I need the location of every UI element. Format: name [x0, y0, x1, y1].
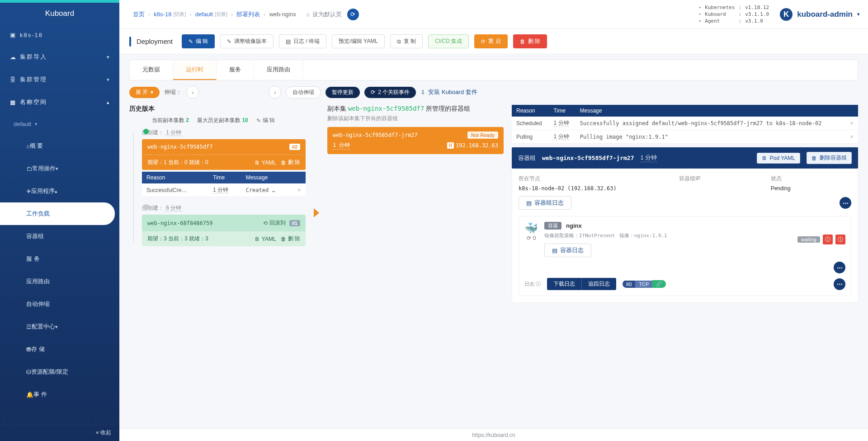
- copy-button[interactable]: ⧉复 制: [390, 34, 423, 48]
- sidebar-collapse[interactable]: « 收起: [0, 424, 119, 441]
- yaml-button[interactable]: 🗎YAML: [255, 159, 276, 166]
- status-badge: Not Ready: [467, 131, 498, 139]
- close-icon[interactable]: ×: [293, 183, 306, 197]
- yaml-button[interactable]: 🗎YAML: [255, 235, 276, 243]
- crumb-home[interactable]: 首页: [133, 10, 145, 19]
- sidebar-item-service[interactable]: 服 务: [0, 248, 119, 270]
- sidebar-item-import[interactable]: ☁ 集群导入 ▾: [0, 46, 119, 68]
- sidebar-item-app[interactable]: ✈ 应用程序 ▴: [0, 180, 119, 202]
- sidebar-item-quota[interactable]: ⛁ 资源配额/限定: [0, 361, 119, 383]
- adjust-image-button[interactable]: ✎调整镜像版本: [220, 34, 274, 48]
- restart-button[interactable]: ⟳重 启: [474, 34, 507, 48]
- restart-count: ⟳0: [527, 235, 536, 241]
- tab-route[interactable]: 应用路由: [254, 60, 303, 80]
- close-icon[interactable]: ×: [845, 117, 858, 130]
- sidebar-item-hpa[interactable]: 自动伸缩: [0, 293, 119, 315]
- file-icon: 🗎: [762, 155, 767, 161]
- log-icon: ▤: [552, 247, 557, 254]
- sidebar-item-common[interactable]: 🗀 常用操作 ▾: [0, 157, 119, 180]
- history-item-current[interactable]: web-nginx-5cf9585df7#2 期望：1 当前：0 就绪：0 🗎Y…: [142, 139, 306, 170]
- download-logs-button[interactable]: 下载日志: [547, 278, 582, 290]
- alert-icon[interactable]: ⓘ: [835, 235, 845, 244]
- rs-delete-button[interactable]: 🗑删 除: [281, 235, 300, 243]
- set-default-button[interactable]: ⌂设为默认页: [306, 10, 342, 19]
- footer-url[interactable]: https://kuboard.cn: [119, 429, 868, 441]
- history-edit-button[interactable]: ✎编 辑: [256, 117, 275, 124]
- install-kuboard-suite[interactable]: ⇩安装 Kuboard 套件: [420, 88, 477, 96]
- preview-yaml-button[interactable]: 预览/编辑 YAML: [332, 34, 384, 48]
- tab-service[interactable]: 服务: [217, 60, 254, 80]
- revision-badge: #1: [289, 220, 300, 226]
- user-menu[interactable]: K kuboard-admin ▾: [780, 8, 860, 21]
- close-icon[interactable]: ×: [845, 130, 858, 144]
- chevron-down-icon: ▾: [107, 77, 109, 83]
- refresh-button[interactable]: ⟳: [347, 9, 359, 20]
- logs-button[interactable]: ▤日志 / 终端: [279, 34, 326, 48]
- trash-icon: 🗑: [281, 160, 286, 166]
- pod-logs-button[interactable]: ▤容器组日志: [519, 196, 571, 210]
- history-item-old[interactable]: web-nginx-68f8486759 ⟲回滚到 #1 期望：3 当前：3 就…: [142, 215, 306, 246]
- cloud-icon: ☁: [10, 54, 20, 61]
- sidebar-item-events[interactable]: 🔔 事 件: [0, 383, 119, 406]
- assoc-events-button[interactable]: ⟳2 个关联事件: [364, 87, 416, 98]
- sidebar-item-config[interactable]: ☲ 配置中心 ▾: [0, 315, 119, 338]
- crumb-switch-cluster[interactable]: [切换]: [173, 11, 186, 18]
- alert-icon[interactable]: ⓘ: [823, 235, 833, 244]
- pod-yaml-button[interactable]: 🗎Pod YAML: [757, 153, 800, 164]
- crumb-deploys[interactable]: 部署列表: [236, 10, 260, 19]
- refresh-icon: ⟳: [350, 11, 355, 18]
- rollback-button[interactable]: ⟲回滚到: [263, 219, 286, 227]
- sidebar-item-cluster[interactable]: ▣ k8s-18: [0, 24, 119, 46]
- container-logs-button[interactable]: ▤容器日志: [544, 244, 591, 257]
- replicaset-hint[interactable]: 删除该副本集下所有的容器组: [327, 115, 504, 122]
- edit-button[interactable]: ✎编 辑: [182, 34, 215, 48]
- trash-icon: 🗑: [811, 155, 817, 161]
- scale-plus-button[interactable]: ›: [269, 86, 281, 99]
- storage-icon: ⛃: [26, 346, 31, 353]
- crumb-switch-ns[interactable]: [切换]: [215, 11, 227, 18]
- rs-events-table: ReasonTimeMessage SuccessfulCre… 1 分钟 Cr…: [142, 172, 306, 197]
- refresh-icon: ⟳: [371, 89, 375, 95]
- sidebar-item-namespace[interactable]: ▦ 名称空间 ▴: [0, 91, 119, 113]
- pod-card[interactable]: web-nginx-5cf9585df7-jrm27Not Ready 1 分钟…: [327, 127, 504, 154]
- sidebar-item-workload[interactable]: 工作负载: [0, 202, 115, 225]
- port-chip[interactable]: 80 TCP 🔗: [623, 280, 666, 288]
- file-icon: 🗎: [255, 160, 260, 166]
- delete-pod-button[interactable]: 🗑删除容器组: [807, 152, 852, 164]
- sidebar-item-manage[interactable]: 🗄 集群管理 ▾: [0, 68, 119, 91]
- config-icon: ☲: [26, 324, 32, 330]
- edit-icon: ✎: [256, 117, 261, 124]
- sidebar-item-storage[interactable]: ⛃ 存 储: [0, 338, 119, 361]
- more-button[interactable]: ⋯: [834, 278, 845, 290]
- crumb-ns[interactable]: default: [195, 11, 213, 18]
- sidebar-namespace-select[interactable]: default ▾: [0, 113, 119, 135]
- cicd-button[interactable]: CI/CD 集成: [428, 34, 469, 48]
- more-button[interactable]: ⋯: [834, 262, 845, 273]
- chevron-down-icon: ▾: [151, 89, 153, 95]
- sidebar-item-overview[interactable]: ⌂ 概 要: [0, 135, 119, 157]
- breadcrumb: 首页› k8s-18 [切换]› default [切换]› 部署列表› web…: [133, 9, 359, 20]
- more-button[interactable]: ⋯: [840, 197, 851, 209]
- pod-header: 容器组 web-nginx-5cf9585df7-jrm27 1 分钟 🗎Pod…: [512, 147, 858, 169]
- pause-update-button[interactable]: 暂停更新: [326, 87, 360, 98]
- autoscale-button[interactable]: 自动伸缩: [286, 86, 321, 99]
- trace-logs-button[interactable]: 追踪日志: [582, 278, 616, 290]
- box-icon: 🗄: [10, 76, 20, 83]
- timeline-dot-icon: [143, 204, 149, 210]
- expand-button[interactable]: 展 开 ▾: [129, 87, 160, 98]
- tab-metadata[interactable]: 元数据: [130, 60, 173, 80]
- container-box: 🐳 ⟳0 容器 nginx: [519, 216, 851, 296]
- help-icon[interactable]: ⓘ: [536, 281, 541, 286]
- scale-minus-button[interactable]: ‹: [186, 86, 199, 99]
- restart-icon: ⟳: [527, 235, 531, 241]
- sidebar-item-pods[interactable]: 容器组: [0, 225, 119, 248]
- chevron-down-icon: ▾: [55, 324, 58, 330]
- crumb-cluster[interactable]: k8s-18: [154, 11, 171, 18]
- sidebar-item-ingress[interactable]: 应用路由: [0, 270, 119, 293]
- rs-delete-button[interactable]: 🗑删 除: [281, 159, 300, 166]
- brand-title: Kuboard: [0, 3, 119, 24]
- tab-runtime[interactable]: 运行时: [173, 60, 217, 80]
- delete-button[interactable]: 🗑删 除: [513, 34, 547, 48]
- container-name: nginx: [566, 222, 582, 229]
- header: 首页› k8s-18 [切换]› default [切换]› 部署列表› web…: [119, 0, 868, 29]
